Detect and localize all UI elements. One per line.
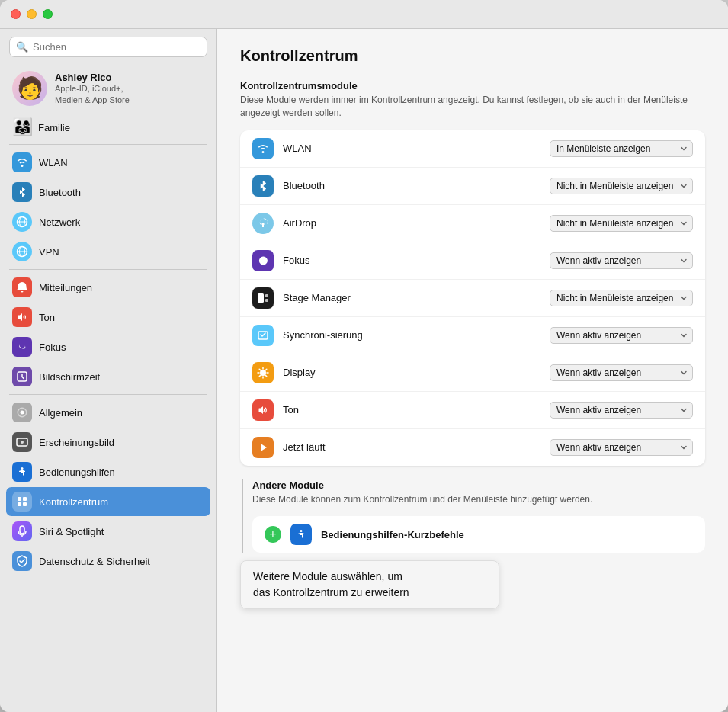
sidebar-item-wlan[interactable]: WLAN xyxy=(6,148,210,177)
bluetooth-icon xyxy=(12,182,32,202)
module-row-wlan: WLAN In Menüleiste anzeigen Nicht in Men… xyxy=(240,130,705,168)
main-layout: 🔍 🧑 Ashley Rico Apple-ID, iCloud+,Medien… xyxy=(0,29,728,712)
module-now-select[interactable]: In Menüleiste anzeigen Nicht in Menüleis… xyxy=(550,439,693,456)
modules-section: Kontrollzentrumsmodule Diese Module werd… xyxy=(240,80,705,466)
page-title: Kontrollzentrum xyxy=(240,47,705,65)
sidebar-scroll: 🧑 Ashley Rico Apple-ID, iCloud+,Medien &… xyxy=(0,65,216,712)
user-name: Ashley Rico xyxy=(55,72,204,83)
search-input[interactable] xyxy=(33,41,200,53)
wlan-icon xyxy=(12,152,32,172)
maximize-button[interactable] xyxy=(43,9,53,19)
bedienungshilfen-kurz-name: Bedienungshilfen-Kurzbefehle xyxy=(321,529,693,540)
bildschirmzeit-icon xyxy=(12,367,32,386)
sidebar-item-label: Fokus xyxy=(39,342,66,353)
module-ton-select[interactable]: In Menüleiste anzeigen Nicht in Menüleis… xyxy=(550,402,693,419)
module-row-fokus: Fokus In Menüleiste anzeigen Nicht in Me… xyxy=(240,242,705,280)
sidebar-item-vpn[interactable]: VPN xyxy=(6,237,210,266)
sidebar-item-mitteilungen[interactable]: Mitteilungen xyxy=(6,273,210,302)
svg-rect-13 xyxy=(18,502,21,506)
allgemein-icon xyxy=(12,403,32,422)
sidebar-item-datenschutz[interactable]: Datenschutz & Sicherheit xyxy=(6,547,210,576)
bedienungshilfen-icon xyxy=(12,462,32,482)
sidebar-item-label: Netzwerk xyxy=(39,216,80,228)
modules-section-title: Kontrollzentrumsmodule xyxy=(240,80,705,91)
siri-icon xyxy=(12,521,32,541)
sidebar: 🔍 🧑 Ashley Rico Apple-ID, iCloud+,Medien… xyxy=(0,29,217,712)
kontrollzentrum-icon xyxy=(12,492,32,512)
module-wlan-select[interactable]: In Menüleiste anzeigen Nicht in Menüleis… xyxy=(550,140,693,157)
title-bar xyxy=(0,0,728,29)
svg-point-21 xyxy=(300,530,303,532)
close-button[interactable] xyxy=(11,9,21,19)
module-row-ton: Ton In Menüleiste anzeigen Nicht in Menü… xyxy=(240,392,705,429)
andere-section-title: Andere Module xyxy=(252,479,705,491)
module-now-name: Jetzt läuft xyxy=(283,441,540,453)
mitteilungen-icon xyxy=(12,277,32,297)
module-fokus-select[interactable]: In Menüleiste anzeigen Nicht in Menüleis… xyxy=(550,252,693,269)
svg-point-10 xyxy=(21,467,24,470)
user-section[interactable]: 🧑 Ashley Rico Apple-ID, iCloud+,Medien &… xyxy=(6,65,210,114)
sidebar-item-label: Datenschutz & Sicherheit xyxy=(39,556,150,567)
svg-rect-17 xyxy=(265,299,268,302)
module-bluetooth-select[interactable]: In Menüleiste anzeigen Nicht in Menüleis… xyxy=(550,178,693,194)
module-display-select[interactable]: In Menüleiste anzeigen Nicht in Menüleis… xyxy=(550,364,693,381)
module-stage-select[interactable]: In Menüleiste anzeigen Nicht in Menüleis… xyxy=(550,290,693,306)
module-ton-name: Ton xyxy=(283,404,540,415)
family-icon: 👨‍👩‍👧 xyxy=(12,117,32,137)
module-airdrop-name: AirDrop xyxy=(283,217,540,229)
module-wlan-icon xyxy=(252,138,274,159)
sidebar-item-label: Ton xyxy=(39,312,55,323)
sidebar-item-fokus[interactable]: Fokus xyxy=(6,332,210,361)
sidebar-item-bluetooth[interactable]: Bluetooth xyxy=(6,178,210,207)
sidebar-item-netzwerk[interactable]: Netzwerk xyxy=(6,207,210,236)
module-row-airdrop: AirDrop In Menüleiste anzeigen Nicht in … xyxy=(240,205,705,242)
add-module-button[interactable]: + xyxy=(265,526,281,543)
modules-card: WLAN In Menüleiste anzeigen Nicht in Men… xyxy=(240,130,705,466)
module-row-now: Jetzt läuft In Menüleiste anzeigen Nicht… xyxy=(240,429,705,466)
module-airdrop-select[interactable]: In Menüleiste anzeigen Nicht in Menüleis… xyxy=(550,215,693,232)
module-sync-icon xyxy=(252,325,274,346)
module-row-sync: Synchroni-sierung In Menüleiste anzeigen… xyxy=(240,317,705,354)
svg-rect-14 xyxy=(23,502,27,506)
erscheinungsbild-icon xyxy=(12,432,32,452)
svg-point-7 xyxy=(21,411,24,415)
sidebar-item-label: Siri & Spotlight xyxy=(39,526,104,537)
module-sync-name: Synchroni-sierung xyxy=(283,329,540,341)
sidebar-item-allgemein[interactable]: Allgemein xyxy=(6,398,210,427)
sidebar-item-kontrollzentrum[interactable]: Kontrollzentrum xyxy=(6,487,210,516)
sidebar-item-erscheinungsbild[interactable]: Erscheinungsbild xyxy=(6,428,210,457)
app-window: 🔍 🧑 Ashley Rico Apple-ID, iCloud+,Medien… xyxy=(0,0,728,712)
svg-marker-20 xyxy=(261,444,267,451)
module-display-icon xyxy=(252,362,274,383)
module-row-display: Display In Menüleiste anzeigen Nicht in … xyxy=(240,354,705,392)
andere-module-row: + Bedienungshilfen-Kurzbefehle xyxy=(252,516,705,553)
module-wlan-name: WLAN xyxy=(283,143,540,154)
datenschutz-icon xyxy=(12,551,32,571)
module-sync-select[interactable]: In Menüleiste anzeigen Nicht in Menüleis… xyxy=(550,327,693,344)
avatar: 🧑 xyxy=(12,71,47,106)
sidebar-item-label: Familie xyxy=(38,122,70,133)
sidebar-item-familie[interactable]: 👨‍👩‍👧 Familie xyxy=(6,114,210,141)
sidebar-item-bildschirmzeit[interactable]: Bildschirmzeit xyxy=(6,362,210,391)
andere-section: Andere Module Diese Module können zum Ko… xyxy=(242,479,705,553)
sidebar-item-siri[interactable]: Siri & Spotlight xyxy=(6,517,210,546)
separator xyxy=(9,269,207,270)
user-info: Ashley Rico Apple-ID, iCloud+,Medien & A… xyxy=(55,72,204,105)
separator xyxy=(9,394,207,395)
module-stage-icon xyxy=(252,287,274,309)
svg-point-19 xyxy=(260,370,266,376)
minimize-button[interactable] xyxy=(27,9,37,19)
module-airdrop-icon xyxy=(252,213,274,234)
tooltip-box: Weitere Module auswählen, umdas Kontroll… xyxy=(240,560,499,609)
sidebar-item-label: Erscheinungsbild xyxy=(39,437,114,448)
sidebar-item-bedienungshilfen[interactable]: Bedienungshilfen xyxy=(6,457,210,486)
separator xyxy=(9,144,207,145)
sidebar-item-label: Kontrollzentrum xyxy=(39,496,108,508)
sidebar-item-label: VPN xyxy=(39,246,59,258)
modules-section-desc: Diese Module werden immer im Kontrollzen… xyxy=(240,94,705,120)
vpn-icon xyxy=(12,242,32,261)
user-subtitle: Apple-ID, iCloud+,Medien & App Store xyxy=(55,83,204,105)
andere-section-desc: Diese Module können zum Kontrollzentrum … xyxy=(252,493,705,506)
sidebar-item-ton[interactable]: Ton xyxy=(6,303,210,332)
search-icon: 🔍 xyxy=(16,41,28,53)
